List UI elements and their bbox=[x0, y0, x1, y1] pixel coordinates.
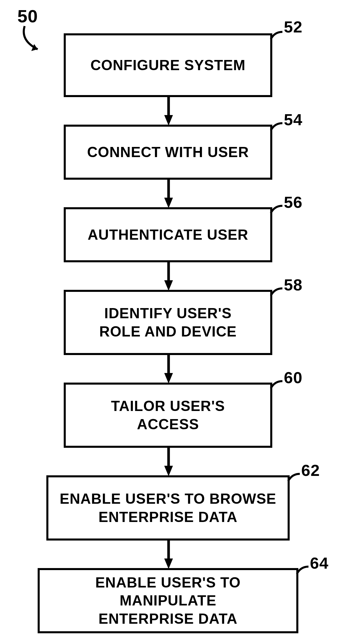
flowchart-canvas: 50 CONFIGURE SYSTEM 52 CONNECT WITH USER… bbox=[0, 0, 347, 644]
step-text: ENABLE USER'S TO BROWSE ENTERPRISE DATA bbox=[60, 490, 276, 526]
svg-marker-12 bbox=[164, 559, 173, 569]
step-box-58: IDENTIFY USER'S ROLE AND DEVICE bbox=[64, 290, 272, 355]
step-text: IDENTIFY USER'S ROLE AND DEVICE bbox=[99, 304, 237, 341]
svg-marker-4 bbox=[164, 198, 173, 208]
svg-marker-10 bbox=[164, 466, 173, 476]
flowchart-ref-arrow bbox=[17, 23, 52, 55]
arrow-52-54 bbox=[164, 97, 173, 126]
svg-marker-6 bbox=[164, 280, 173, 291]
arrow-62-64 bbox=[164, 541, 173, 570]
step-box-60: TAILOR USER'S ACCESS bbox=[64, 383, 272, 448]
lead-line-54 bbox=[269, 122, 287, 133]
arrow-54-56 bbox=[164, 180, 173, 209]
svg-marker-8 bbox=[164, 373, 173, 383]
lead-line-56 bbox=[269, 204, 287, 216]
step-box-54: CONNECT WITH USER bbox=[64, 125, 272, 180]
lead-line-58 bbox=[269, 287, 287, 299]
lead-line-52 bbox=[269, 30, 287, 42]
step-text: ENABLE USER'S TO MANIPULATE ENTERPRISE D… bbox=[45, 574, 291, 628]
arrow-56-58 bbox=[164, 262, 173, 291]
lead-line-62 bbox=[287, 472, 304, 484]
step-box-56: AUTHENTICATE USER bbox=[64, 207, 272, 262]
step-text: AUTHENTICATE USER bbox=[88, 226, 249, 244]
lead-line-64 bbox=[295, 565, 313, 577]
step-box-64: ENABLE USER'S TO MANIPULATE ENTERPRISE D… bbox=[38, 568, 298, 633]
step-text: CONNECT WITH USER bbox=[87, 143, 249, 161]
lead-line-60 bbox=[269, 380, 287, 391]
arrow-58-60 bbox=[164, 355, 173, 384]
step-box-52: CONFIGURE SYSTEM bbox=[64, 33, 272, 97]
svg-marker-2 bbox=[164, 115, 173, 125]
step-text: TAILOR USER'S ACCESS bbox=[111, 397, 225, 433]
arrow-60-62 bbox=[164, 448, 173, 477]
step-box-62: ENABLE USER'S TO BROWSE ENTERPRISE DATA bbox=[46, 475, 290, 541]
step-text: CONFIGURE SYSTEM bbox=[90, 56, 245, 74]
